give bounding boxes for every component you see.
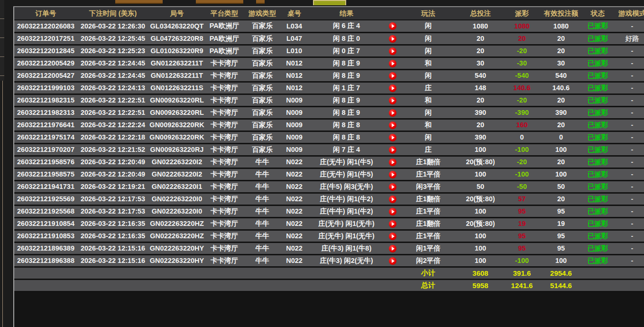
cell-bet: 闲 — [400, 32, 457, 45]
grand-total-valid-bet: 5144.6 — [540, 279, 582, 291]
cell-round: GN0122632211S — [148, 82, 205, 94]
play-icon[interactable] — [389, 121, 396, 129]
cell-play — [386, 180, 400, 193]
play-icon[interactable] — [389, 183, 396, 191]
cell-total: 50 — [457, 180, 504, 193]
cell-total: 20(预:80) — [457, 156, 504, 168]
cell-valid: 20 — [540, 119, 582, 131]
cell-mode: - — [613, 230, 644, 242]
toolbar-button-partial-1[interactable] — [115, 0, 163, 4]
cell-game: 百家乐 — [243, 20, 281, 32]
play-icon[interactable] — [389, 196, 396, 203]
cell-status: 已派彩 — [582, 180, 613, 193]
cell-table: N022 — [281, 230, 307, 242]
cell-total: 20(预:80) — [457, 217, 504, 230]
play-icon[interactable] — [389, 60, 396, 67]
play-icon[interactable] — [389, 22, 396, 30]
cell-mode: - — [613, 254, 644, 267]
left-panel-border — [2, 81, 3, 327]
play-icon[interactable] — [389, 257, 396, 265]
play-icon[interactable] — [389, 233, 396, 240]
cell-mode: - — [613, 119, 644, 131]
play-icon[interactable] — [389, 245, 396, 252]
play-icon[interactable] — [389, 146, 396, 154]
cell-time: 2026-03-22 12:16:35 — [77, 217, 148, 230]
cell-result: 闲 6 庄 4 — [307, 20, 386, 32]
cell-table: N022 — [281, 254, 307, 267]
play-icon[interactable] — [389, 35, 396, 43]
table-body: 2603221220260832026-03-22 12:26:30GL0342… — [14, 20, 644, 267]
cell-mode: - — [613, 156, 644, 168]
cell-valid: 100 — [540, 254, 582, 267]
cell-game: 百家乐 — [243, 131, 281, 143]
cell-total: 148 — [457, 82, 504, 94]
cell-valid: 20 — [540, 94, 582, 106]
cell-round: GN022263220I0 — [148, 205, 205, 217]
table-row: 2603221219108532026-03-22 12:16:35GN0222… — [14, 230, 644, 242]
cell-round: GN009263220RK — [148, 119, 205, 131]
cell-table: N009 — [281, 119, 307, 131]
cell-payout: -100 — [504, 143, 540, 156]
play-icon[interactable] — [389, 220, 396, 228]
toolbar-button-active-partial[interactable] — [313, 0, 346, 5]
play-icon[interactable] — [389, 159, 396, 166]
play-icon[interactable] — [389, 109, 396, 117]
cell-payout: 1080 — [504, 20, 540, 32]
play-icon[interactable] — [389, 134, 396, 141]
cell-total: 100 — [457, 254, 504, 267]
grand-total-row: 总计 5958 1241.6 5144.6 — [14, 279, 644, 291]
table-row: 2603221218963882026-03-22 12:15:16GN0222… — [14, 254, 644, 267]
cell-mode: - — [613, 57, 644, 69]
cell-bet: 庄 — [400, 143, 457, 156]
cell-platform: 卡卡湾厅 — [205, 217, 243, 230]
subtotal-label: 小计 — [400, 267, 457, 279]
cell-payout: -20 — [504, 94, 540, 106]
cell-order: 260322121896389 — [14, 242, 77, 254]
cell-table: L047 — [281, 32, 307, 45]
table-row: 2603221219991032026-03-22 12:24:13GN0122… — [14, 82, 644, 94]
table-row: 2603221219823152026-03-22 12:22:51GN0092… — [14, 94, 644, 106]
play-icon[interactable] — [389, 171, 396, 178]
table-row: 2603221218963892026-03-22 12:15:16GN0222… — [14, 242, 644, 254]
cell-valid: 140.6 — [540, 82, 582, 94]
cell-total: 390 — [457, 131, 504, 143]
grand-total-total-bet: 5958 — [457, 279, 504, 291]
play-icon[interactable] — [389, 208, 396, 215]
play-icon[interactable] — [389, 72, 396, 80]
cell-result: 庄(牛牛) 闲1(牛2) — [307, 205, 386, 217]
cell-bet: 庄1平倍 — [400, 168, 457, 180]
cell-play — [386, 193, 400, 205]
play-icon[interactable] — [389, 84, 396, 92]
cell-game: 百家乐 — [243, 82, 281, 94]
cell-time: 2026-03-22 12:16:35 — [77, 230, 148, 242]
cell-total: 1080 — [457, 20, 504, 32]
cell-bet: 闲 — [400, 20, 457, 32]
column-header-round: 局号 — [148, 7, 205, 20]
cell-mode: - — [613, 20, 644, 32]
cell-total: 20 — [457, 45, 504, 57]
cell-game: 牛牛 — [243, 193, 281, 205]
cell-play — [386, 156, 400, 168]
cell-platform: 卡卡湾厅 — [205, 254, 243, 267]
cell-platform: PA欧洲厅 — [205, 45, 243, 57]
cell-bet: 闲2平倍 — [400, 254, 457, 267]
cell-bet: 庄1翻倍 — [400, 156, 457, 168]
cell-round: GN022263220HY — [148, 254, 205, 267]
toolbar-button-partial-2[interactable] — [196, 0, 243, 4]
subtotal-row: 小计 3608 391.6 2954.6 — [14, 267, 644, 279]
cell-total: 540 — [457, 69, 504, 82]
cell-mode: - — [613, 143, 644, 156]
play-icon[interactable] — [389, 47, 396, 55]
cell-total: 100 — [457, 205, 504, 217]
cell-game: 百家乐 — [243, 57, 281, 69]
subtotal-spacer — [14, 267, 400, 279]
cell-platform: 卡卡湾厅 — [205, 230, 243, 242]
cell-game: 牛牛 — [243, 230, 281, 242]
play-icon[interactable] — [389, 97, 396, 104]
cell-bet: 闲 — [400, 106, 457, 119]
cell-game: 牛牛 — [243, 254, 281, 267]
cell-play — [386, 82, 400, 94]
cell-game: 百家乐 — [243, 119, 281, 131]
toolbar-button-partial-3[interactable] — [256, 0, 265, 4]
cell-order: 260322122017251 — [14, 32, 77, 45]
